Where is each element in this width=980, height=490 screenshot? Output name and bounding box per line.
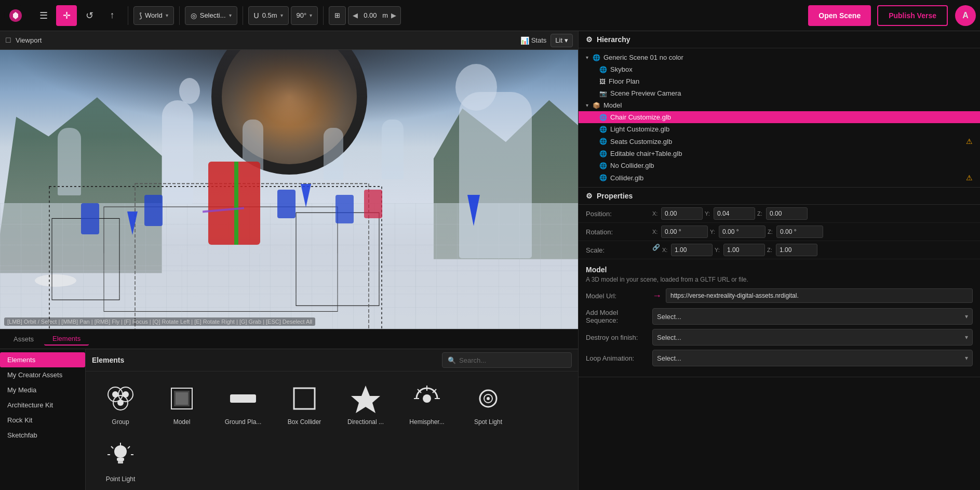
refresh-icon: ↺: [86, 10, 93, 21]
user-avatar[interactable]: A: [955, 5, 976, 26]
blue-chair-5: [364, 190, 382, 218]
sidebar-item-my-media[interactable]: My Media: [0, 382, 85, 398]
lit-label: Lit: [555, 36, 562, 44]
elements-title: Elements: [92, 356, 124, 364]
element-ground-plane[interactable]: Ground Pla...: [214, 378, 272, 431]
sidebar-item-architecture-kit[interactable]: Architecture Kit: [0, 398, 85, 413]
tree-item-floor-plan[interactable]: 🖼 Floor Plan: [579, 75, 980, 87]
scale-y-input[interactable]: [723, 244, 765, 256]
refresh-button[interactable]: ↺: [79, 5, 100, 26]
search-input[interactable]: [459, 356, 566, 364]
scale-link-icon[interactable]: 🔗: [652, 244, 660, 256]
add-sequence-select[interactable]: Select... ▾: [652, 308, 973, 325]
scale-z-group: Z:: [767, 244, 817, 256]
loop-select[interactable]: Select... ▾: [652, 350, 973, 366]
svg-rect-21: [230, 394, 256, 403]
hemisphere-icon: [411, 383, 442, 414]
skybox-icon: 🌐: [599, 66, 607, 73]
element-directional[interactable]: Directional ...: [337, 378, 394, 431]
add-sequence-arrow: ▾: [965, 313, 968, 320]
tree-item-scene-preview-camera[interactable]: 📷 Scene Preview Camera: [579, 87, 980, 99]
search-box[interactable]: 🔍: [442, 352, 572, 368]
element-hemisphere[interactable]: Hemispher...: [398, 378, 455, 431]
tree-item-seats-customize[interactable]: 🌐 Seats Customize.glb ⚠: [579, 135, 980, 148]
blue-chair-1: [81, 203, 99, 234]
model-desc: A 3D model in your scene, loaded from a …: [586, 276, 973, 283]
chair-icon: 🌐: [599, 114, 607, 121]
open-scene-button[interactable]: Open Scene: [808, 5, 871, 26]
element-box-collider[interactable]: Box Collider: [276, 378, 333, 431]
tab-elements[interactable]: Elements: [44, 333, 89, 346]
svg-point-24: [423, 394, 431, 403]
tree-item-collider[interactable]: 🌐 Collider.glb ⚠: [579, 171, 980, 184]
left-arrow[interactable]: ◀: [353, 11, 358, 19]
world-dropdown[interactable]: ⟆ World ▾: [133, 6, 174, 25]
viewport-header: ☐ Viewport 📊 Stats Lit ▾: [0, 31, 578, 50]
snap-dropdown[interactable]: U 0.5m ▾: [248, 6, 289, 25]
editable-chair-icon: 🌐: [599, 150, 607, 157]
position-z-input[interactable]: [766, 207, 808, 220]
tree-item-model[interactable]: ▾ 📦 Model: [579, 99, 980, 111]
menu-button[interactable]: ☰: [33, 5, 54, 26]
value-control[interactable]: ◀ 0.00 m ▶: [348, 6, 401, 25]
tree-item-no-collider[interactable]: 🌐 No Collider.glb: [579, 160, 980, 171]
position-y-group: Y:: [705, 207, 755, 220]
left-panel: ☐ Viewport 📊 Stats Lit ▾: [0, 31, 578, 490]
tree-item-skybox[interactable]: 🌐 Skybox: [579, 63, 980, 75]
viewport-canvas[interactable]: [LMB] Orbit / Select | [MMB] Pan | [RMB]…: [0, 50, 578, 329]
scale-label: Scale:: [586, 246, 648, 254]
element-group[interactable]: Group: [92, 378, 149, 431]
world-arrow: ▾: [166, 12, 168, 18]
scale-x-input[interactable]: [671, 244, 713, 256]
sidebar-item-elements[interactable]: Elements: [0, 352, 85, 367]
svg-point-33: [114, 445, 127, 458]
position-y-input[interactable]: [714, 207, 755, 220]
destroy-label: Destroy on finish:: [586, 334, 648, 341]
model-url-input[interactable]: [666, 288, 973, 303]
lit-dropdown[interactable]: Lit ▾: [551, 34, 573, 47]
add-sequence-row: Add ModelSequence: Select... ▾: [586, 308, 973, 325]
ground-plane-icon: [227, 383, 259, 414]
element-spot-light[interactable]: Spot Light: [460, 378, 517, 431]
selection-dropdown[interactable]: ◎ Selecti... ▾: [185, 6, 237, 25]
tab-assets[interactable]: Assets: [5, 333, 42, 345]
tree-item-light-customize[interactable]: 🌐 Light Customize.glb: [579, 123, 980, 135]
position-x-input[interactable]: [661, 207, 703, 220]
stats-button[interactable]: 📊 Stats: [520, 36, 547, 45]
sidebar-item-sketchfab[interactable]: Sketchfab: [0, 428, 85, 443]
element-model[interactable]: Model: [153, 378, 210, 431]
properties-header: ⚙ Properties: [579, 188, 980, 205]
grid-dropdown[interactable]: ⊞: [329, 6, 346, 25]
bottom-tabs: Assets Elements: [0, 329, 578, 349]
angle-label: 90°: [297, 11, 307, 19]
transform-button[interactable]: ✛: [56, 5, 77, 26]
rotation-y-input[interactable]: [719, 226, 766, 238]
sidebar-item-my-creator-assets[interactable]: My Creator Assets: [0, 367, 85, 382]
no-collider-icon: 🌐: [599, 162, 607, 169]
blue-chair-3: [277, 190, 296, 218]
upload-button[interactable]: ↑: [102, 5, 123, 26]
rotation-x-input[interactable]: [661, 226, 708, 238]
rotation-z-input[interactable]: [776, 226, 823, 238]
tree-item-generic-scene[interactable]: ▾ 🌐 Generic Scene 01 no color: [579, 51, 980, 63]
tree-item-editable-chair[interactable]: 🌐 Editable chair+Table.glb: [579, 148, 980, 160]
angle-dropdown[interactable]: 90° ▾: [291, 6, 318, 25]
scale-z-input[interactable]: [776, 244, 817, 256]
separator-4: [323, 6, 324, 25]
collider-warning-icon: ⚠: [966, 174, 973, 182]
element-point-light[interactable]: Point Light: [92, 435, 149, 488]
tree-item-chair-customize[interactable]: 🌐 Chair Customize.glb: [579, 111, 980, 123]
group-label: Group: [112, 418, 129, 426]
publish-button[interactable]: Publish Verse: [877, 5, 948, 26]
bottom-content: Elements My Creator Assets My Media Arch…: [0, 349, 578, 490]
right-arrow[interactable]: ▶: [391, 11, 396, 19]
hierarchy-icon: ⚙: [586, 35, 593, 44]
lit-arrow: ▾: [565, 36, 568, 44]
destroy-select[interactable]: Select... ▾: [652, 329, 973, 346]
position-z-group: Z:: [757, 207, 808, 220]
sidebar-item-rock-kit[interactable]: Rock Kit: [0, 413, 85, 428]
snap-icon: U: [254, 11, 259, 20]
viewport-checkbox[interactable]: ☐: [5, 36, 11, 44]
svg-point-16: [123, 391, 129, 398]
point-light-icon: [105, 440, 136, 471]
